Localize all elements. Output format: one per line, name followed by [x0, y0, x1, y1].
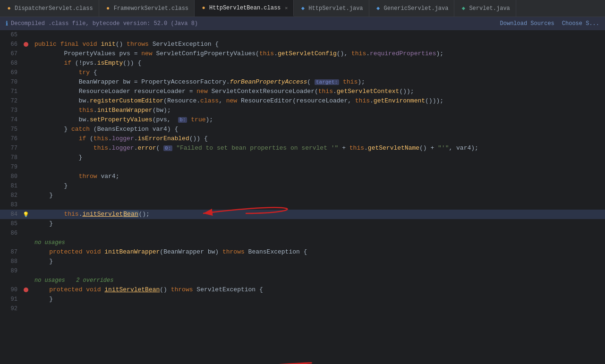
gutter-icons — [21, 144, 31, 153]
line-number: 80 — [0, 172, 21, 181]
code-line-82: 82 } — [0, 191, 605, 200]
gutter-icons — [21, 106, 31, 115]
gutter-icons — [21, 266, 31, 276]
gutter-icons — [21, 68, 31, 77]
info-bar-left: ℹ Decompiled .class file, bytecode versi… — [6, 20, 198, 27]
gutter-icons — [21, 295, 31, 304]
code-content: throw var4; — [31, 172, 605, 181]
java-icon-2: ◆ — [375, 5, 382, 12]
tab-framework[interactable]: ● FrameworkServlet.class — [99, 0, 195, 17]
gutter-icons — [21, 162, 31, 172]
tab-dispatcher[interactable]: ● DispatcherServlet.class — [0, 0, 99, 17]
gutter-icons — [21, 153, 31, 162]
line-number: 86 — [0, 229, 21, 238]
gutter-icons — [21, 191, 31, 200]
code-content: PropertyValues pvs = new ServletConfigPr… — [31, 49, 605, 59]
code-scroll[interactable]: 65 66 public final void init() throws Se… — [0, 30, 605, 364]
code-content: } — [31, 181, 605, 191]
code-line-69: 69 try { — [0, 68, 605, 77]
gutter-icons — [21, 257, 31, 266]
code-content: } — [31, 257, 605, 266]
code-content — [31, 200, 605, 210]
line-number: 65 — [0, 30, 21, 40]
info-bar-right: Download Sources Choose S... — [500, 20, 599, 27]
code-line-75: 75 } catch (BeansException var4) { — [0, 125, 605, 134]
code-content: if (!pvs.isEmpty()) { — [31, 59, 605, 68]
code-content — [31, 304, 605, 313]
code-area: 65 66 public final void init() throws Se… — [0, 30, 605, 364]
gutter-icons — [21, 229, 31, 238]
code-line-71: 71 ResourceLoader resourceLoader = new S… — [0, 87, 605, 96]
code-line-81: 81 } — [0, 181, 605, 191]
line-number: 74 — [0, 115, 21, 125]
class-icon: ● — [6, 5, 12, 12]
code-line-76: 76 if (this.logger.isErrorEnabled()) { — [0, 134, 605, 144]
gutter-icons — [21, 87, 31, 96]
choose-sources-link[interactable]: Choose S... — [562, 20, 599, 27]
code-content: } — [31, 295, 605, 304]
code-content: } catch (BeansException var4) { — [31, 125, 605, 134]
gutter-icons — [21, 285, 31, 295]
line-number: 78 — [0, 153, 21, 162]
line-number: 92 — [0, 304, 21, 313]
code-line-85: 85 } — [0, 219, 605, 229]
line-number: 66 — [0, 40, 21, 49]
code-line-87: 87 protected void initBeanWrapper(BeanWr… — [0, 247, 605, 257]
tab-httpservlet[interactable]: ◆ HttpServlet.java — [294, 0, 369, 17]
download-sources-link[interactable]: Download Sources — [500, 20, 554, 27]
tab-genericservlet[interactable]: ◆ GenericServlet.java — [369, 0, 455, 17]
line-number — [0, 276, 21, 285]
line-number: 87 — [0, 247, 21, 257]
breakpoint-icon — [24, 42, 28, 47]
info-icon: ℹ — [6, 20, 8, 27]
line-number: 73 — [0, 106, 21, 115]
gutter-icons — [21, 238, 31, 247]
tab-servlet[interactable]: ◆ Servlet.java — [454, 0, 516, 17]
line-number: 89 — [0, 266, 21, 276]
line-number: 68 — [0, 59, 21, 68]
line-number: 76 — [0, 134, 21, 144]
code-line-88: 88 } — [0, 257, 605, 266]
code-content: no usages 2 overrides — [31, 276, 605, 285]
code-line-nousages2: no usages 2 overrides — [0, 276, 605, 285]
code-line-68: 68 if (!pvs.isEmpty()) { — [0, 59, 605, 68]
code-content — [31, 162, 605, 172]
line-number: 88 — [0, 257, 21, 266]
code-content — [31, 30, 605, 40]
code-line-72: 72 bw.registerCustomEditor(Resource.clas… — [0, 96, 605, 106]
gutter-icons — [21, 219, 31, 229]
gutter-icons — [21, 125, 31, 134]
code-content: protected void initServletBean() throws … — [31, 285, 605, 295]
line-number: 91 — [0, 295, 21, 304]
interface-icon: ◆ — [460, 5, 467, 12]
line-number: 67 — [0, 49, 21, 59]
code-content: protected void initBeanWrapper(BeanWrapp… — [31, 247, 605, 257]
line-number: 71 — [0, 87, 21, 96]
gutter-icons — [21, 134, 31, 144]
code-line-74: 74 bw.setPropertyValues(pvs, b: true); — [0, 115, 605, 125]
line-number: 69 — [0, 68, 21, 77]
code-line-65: 65 — [0, 30, 605, 40]
gutter-icons — [21, 49, 31, 59]
tab-httpservletbean[interactable]: ● HttpServletBean.class ✕ — [195, 0, 294, 17]
code-line-86: 86 — [0, 229, 605, 238]
code-content: ResourceLoader resourceLoader = new Serv… — [31, 87, 605, 96]
line-number: 77 — [0, 144, 21, 153]
bulb-icon: 💡 — [23, 212, 29, 218]
code-content: bw.registerCustomEditor(Resource.class, … — [31, 96, 605, 106]
class-icon-2: ● — [105, 5, 111, 12]
gutter-icons — [21, 96, 31, 106]
code-content: try { — [31, 68, 605, 77]
gutter-icons — [21, 172, 31, 181]
java-icon: ◆ — [299, 5, 306, 12]
info-message: Decompiled .class file, bytecode version… — [11, 20, 198, 27]
code-line-66: 66 public final void init() throws Servl… — [0, 40, 605, 49]
line-number: 82 — [0, 191, 21, 200]
line-number: 84 — [0, 210, 21, 219]
line-number: 75 — [0, 125, 21, 134]
code-line-89: 89 — [0, 266, 605, 276]
code-content: } — [31, 191, 605, 200]
breakpoint-icon-2 — [24, 288, 28, 292]
tab-close-button[interactable]: ✕ — [285, 5, 288, 11]
code-content: this.initBeanWrapper(bw); — [31, 106, 605, 115]
